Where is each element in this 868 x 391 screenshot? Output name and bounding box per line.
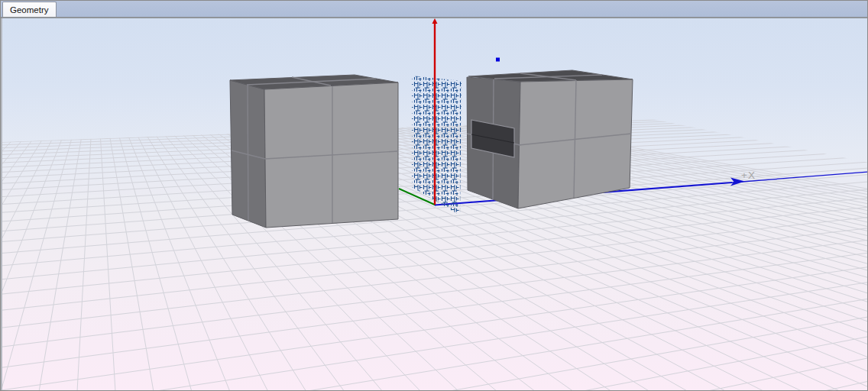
viewport-3d[interactable]: +X bbox=[1, 18, 868, 391]
axis-z-arrow-icon bbox=[432, 18, 438, 24]
mesh-plane[interactable] bbox=[412, 76, 462, 215]
app-window: Geometry +X bbox=[0, 0, 868, 391]
cube-left[interactable] bbox=[230, 75, 398, 228]
axis-x-label: +X bbox=[741, 170, 756, 181]
tab-geometry[interactable]: Geometry bbox=[2, 2, 57, 17]
tab-bar: Geometry bbox=[1, 1, 867, 17]
point-marker[interactable] bbox=[496, 58, 500, 62]
scene-canvas: +X bbox=[2, 18, 867, 390]
